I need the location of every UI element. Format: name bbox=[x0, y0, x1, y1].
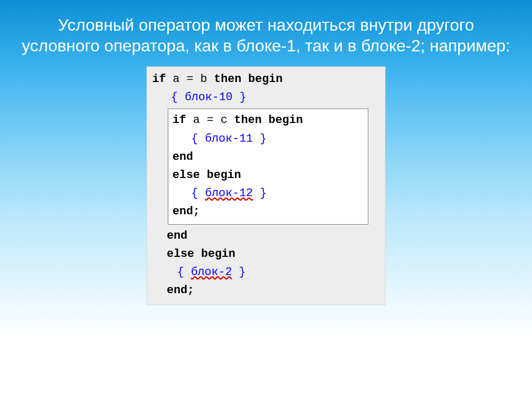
keyword-end: end; bbox=[172, 205, 200, 218]
code-line: end; bbox=[152, 281, 381, 299]
code-block-outer: if a = b then begin { блок-10 } if a = c… bbox=[147, 66, 385, 305]
var-a: a bbox=[193, 114, 200, 127]
slide: Условный оператор может находиться внутр… bbox=[0, 0, 532, 398]
code-line: { блок-2 } bbox=[152, 263, 381, 281]
comment-close: } bbox=[253, 187, 267, 200]
slide-title: Условный оператор может находиться внутр… bbox=[22, 15, 510, 56]
keyword-if: if bbox=[152, 73, 166, 86]
keyword-then: then bbox=[214, 73, 242, 86]
code-line: end; bbox=[172, 202, 364, 221]
keyword-begin: begin bbox=[248, 73, 283, 86]
comment-close: } bbox=[253, 132, 267, 145]
comment-close: } bbox=[232, 266, 246, 279]
comment-open: { bbox=[171, 91, 184, 104]
op-eq: = bbox=[187, 73, 193, 86]
keyword-end: end; bbox=[167, 284, 194, 297]
comment-text: блок-11 bbox=[205, 132, 252, 145]
code-line: { блок-10 } bbox=[152, 88, 381, 106]
keyword-begin: begin bbox=[207, 169, 241, 182]
keyword-end: end bbox=[172, 150, 193, 163]
op-eq: = bbox=[207, 114, 214, 127]
code-line: else begin bbox=[152, 245, 381, 263]
keyword-end: end bbox=[167, 229, 188, 242]
comment-close: } bbox=[233, 91, 246, 104]
code-block-inner: if a = c then begin { блок-11 } end else… bbox=[168, 108, 368, 224]
var-b: b bbox=[200, 73, 207, 86]
comment-text: блок-2 bbox=[191, 266, 232, 279]
code-line: if a = b then begin bbox=[152, 70, 381, 88]
var-a: a bbox=[173, 73, 180, 86]
keyword-begin: begin bbox=[201, 248, 235, 260]
comment-open: { bbox=[177, 266, 191, 279]
comment-open: { bbox=[191, 187, 205, 200]
keyword-else: else bbox=[172, 169, 200, 182]
code-line: if a = c then begin bbox=[172, 111, 364, 129]
comment-text: блок-12 bbox=[205, 187, 252, 200]
code-line: else begin bbox=[172, 166, 364, 184]
keyword-else: else bbox=[167, 248, 194, 260]
code-line: end bbox=[152, 227, 381, 245]
code-line: end bbox=[172, 148, 364, 166]
keyword-then: then bbox=[234, 114, 262, 127]
code-line: { блок-11 } bbox=[172, 130, 364, 148]
comment-open: { bbox=[191, 132, 205, 145]
keyword-if: if bbox=[172, 114, 186, 127]
var-c: c bbox=[220, 114, 227, 127]
keyword-begin: begin bbox=[269, 114, 303, 127]
code-line: { блок-12 } bbox=[172, 184, 364, 202]
comment-text: блок-10 bbox=[184, 91, 232, 104]
